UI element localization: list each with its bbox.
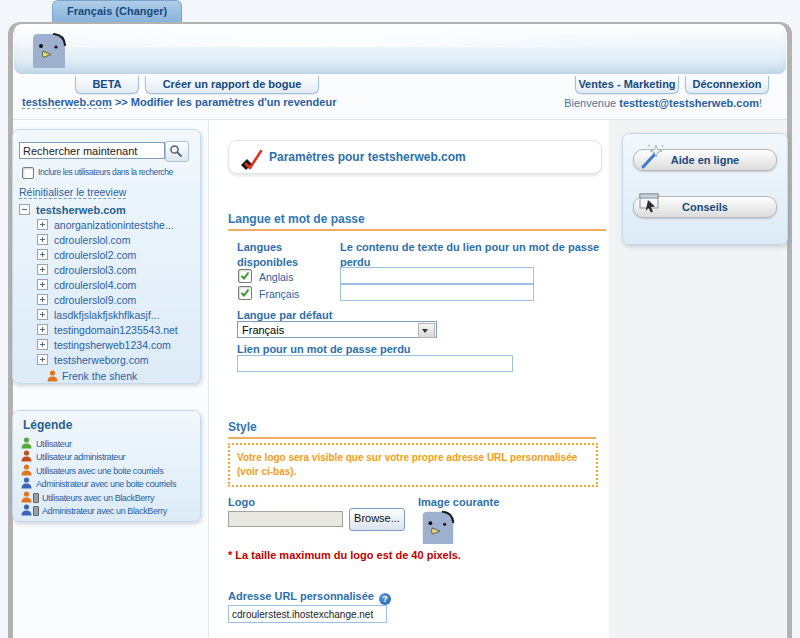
help-icon[interactable]: ?	[379, 593, 391, 605]
tree-user-label[interactable]: Frenk the shenk	[62, 370, 137, 382]
page-title-card: Paramètres pour testsherweb.com	[228, 140, 602, 174]
legend-item: Utilisateur administrateur	[21, 450, 195, 463]
user-icon	[21, 477, 32, 489]
welcome-message: Bienvenue testtest@testsherweb.com!	[564, 97, 762, 109]
blackberry-icon	[33, 493, 39, 503]
tree-expand-icon[interactable]	[37, 354, 48, 365]
help-panel: Aide en ligne Conseils	[622, 133, 788, 245]
tree-item[interactable]: cdroulerslol3.com	[19, 263, 195, 278]
legend-item-label: Utilisateurs avec une boite courriels	[36, 466, 163, 476]
tree-item[interactable]: cdroulerslol4.com	[19, 278, 195, 293]
treeview: testsherweb.com anorganizationintestshe.…	[19, 202, 195, 384]
tab-beta-label: BETA	[92, 78, 121, 90]
tree-item-label[interactable]: testingsherweb1234.com	[54, 339, 171, 351]
window-cursor-icon	[638, 188, 664, 216]
link-text-input-anglais[interactable]	[340, 267, 534, 284]
user-icon	[21, 450, 32, 462]
tree-expand-icon[interactable]	[37, 219, 48, 230]
edit-icon	[239, 145, 263, 171]
tree-expand-icon[interactable]	[37, 324, 48, 335]
user-icon	[47, 370, 58, 382]
tab-bug-report[interactable]: Créer un rapport de bogue	[145, 76, 319, 94]
section-heading-style: Style	[228, 420, 596, 439]
tree-root[interactable]: testsherweb.com	[19, 202, 195, 218]
language-label-francais: Français	[259, 288, 299, 300]
breadcrumb-root-link[interactable]: testsherweb.com	[22, 96, 112, 109]
browse-button[interactable]: Browse...	[349, 508, 405, 531]
lost-password-link-input[interactable]	[237, 355, 513, 372]
tree-item[interactable]: cdroulerslol9.com	[19, 293, 195, 308]
tree-item-label[interactable]: lasdkfjslakfjskhflkasjf...	[54, 309, 160, 321]
welcome-user: testtest@testsherweb.com	[619, 97, 759, 109]
language-checkbox-anglais[interactable]	[238, 269, 252, 283]
language-checkbox-francais[interactable]	[238, 286, 252, 300]
welcome-prefix: Bienvenue	[564, 97, 616, 109]
tab-bug-report-label: Créer un rapport de bogue	[163, 78, 302, 90]
breadcrumb-separator: >>	[115, 96, 128, 108]
search-button[interactable]	[165, 141, 189, 162]
search-icon	[169, 144, 183, 158]
tree-item-label[interactable]: testingdomain1235543.net	[54, 324, 178, 336]
tips-button[interactable]: Conseils	[633, 196, 777, 218]
legend-item-label: Utilisateur	[36, 439, 72, 449]
legend-item-label: Administrateur avec une boite courriels	[36, 479, 176, 489]
reset-treeview-link[interactable]: Réinitialiser le treeview	[19, 186, 126, 199]
tree-item[interactable]: testsherweborg.com	[19, 353, 195, 368]
tree-expand-icon[interactable]	[37, 339, 48, 350]
link-text-input-francais[interactable]	[340, 284, 534, 301]
page: Français (Changer) BETA Créer un rapport…	[0, 0, 800, 638]
legend-item: Utilisateurs avec un BlackBerry	[21, 491, 195, 504]
tree-expand-icon[interactable]	[37, 264, 48, 275]
tree-item-label[interactable]: testsherweborg.com	[54, 354, 149, 366]
welcome-suffix: !	[759, 97, 762, 109]
tree-item-label[interactable]: cdroulerslol.com	[54, 234, 130, 246]
logo-notice: Votre logo sera visible que sur votre pr…	[228, 443, 598, 487]
tree-expand-icon[interactable]	[37, 249, 48, 260]
tree-item[interactable]: cdroulerslol.com	[19, 233, 195, 248]
include-users-checkbox[interactable]	[22, 167, 34, 179]
legend-item: Utilisateurs avec une boite courriels	[21, 464, 195, 477]
online-help-label: Aide en ligne	[671, 154, 739, 166]
tree-item[interactable]: lasdkfjslakfjskhflkasjf...	[19, 308, 195, 323]
tree-expand-icon[interactable]	[37, 234, 48, 245]
breadcrumb: testsherweb.com >> Modifier les paramètr…	[22, 96, 336, 108]
tab-beta[interactable]: BETA	[75, 76, 139, 94]
tab-sales-marketing[interactable]: Ventes - Marketing	[575, 76, 679, 94]
logo-size-warning: * La taille maximum du logo est de 40 pi…	[228, 549, 461, 561]
tab-logout-label: Déconnexion	[692, 78, 761, 90]
logo-file-input[interactable]	[228, 511, 343, 527]
tree-item-label[interactable]: cdroulerslol3.com	[54, 264, 136, 276]
tree-item[interactable]: testingdomain1235543.net	[19, 323, 195, 338]
tree-root-label[interactable]: testsherweb.com	[36, 204, 126, 216]
tree-expand-icon[interactable]	[37, 279, 48, 290]
tree-expand-icon[interactable]	[37, 309, 48, 320]
legend-item-label: Administrateur avec un BlackBerry	[42, 506, 167, 516]
link-text-label: Le contenu de texte du lien pour un mot …	[340, 240, 602, 270]
tree-item-label[interactable]: cdroulerslol9.com	[54, 294, 136, 306]
tree-item[interactable]: anorganizationintestshe...	[19, 218, 195, 233]
tab-sales-label: Ventes - Marketing	[578, 78, 675, 90]
default-language-select[interactable]: Français	[237, 321, 437, 338]
tree-user-item[interactable]: Frenk the shenk	[19, 368, 195, 384]
language-tab-label: Français (Changer)	[67, 5, 167, 17]
search-input[interactable]	[19, 142, 165, 159]
dropdown-arrow-icon[interactable]	[418, 323, 435, 338]
online-help-button[interactable]: Aide en ligne	[633, 149, 777, 171]
language-tab[interactable]: Français (Changer)	[52, 0, 182, 22]
tree-item-label[interactable]: cdroulerslol2.com	[54, 249, 136, 261]
tab-logout[interactable]: Déconnexion	[685, 76, 769, 94]
tree-expand-icon[interactable]	[37, 294, 48, 305]
tree-item[interactable]: cdroulerslol2.com	[19, 248, 195, 263]
bird-logo-icon	[28, 30, 70, 70]
page-title: Paramètres pour testsherweb.com	[269, 141, 466, 173]
search-tree-panel: Inclure les utilisateurs dans la recherc…	[12, 129, 201, 384]
tree-item-label[interactable]: anorganizationintestshe...	[54, 219, 174, 231]
tree-collapse-icon[interactable]	[19, 204, 30, 215]
user-icon	[21, 437, 32, 449]
tree-item-label[interactable]: cdroulerslol4.com	[54, 279, 136, 291]
logo-label: Logo	[228, 495, 255, 510]
default-language-value: Français	[242, 324, 284, 336]
tree-item[interactable]: testingsherweb1234.com	[19, 338, 195, 353]
check-icon	[240, 271, 250, 281]
custom-url-input[interactable]	[228, 605, 387, 623]
